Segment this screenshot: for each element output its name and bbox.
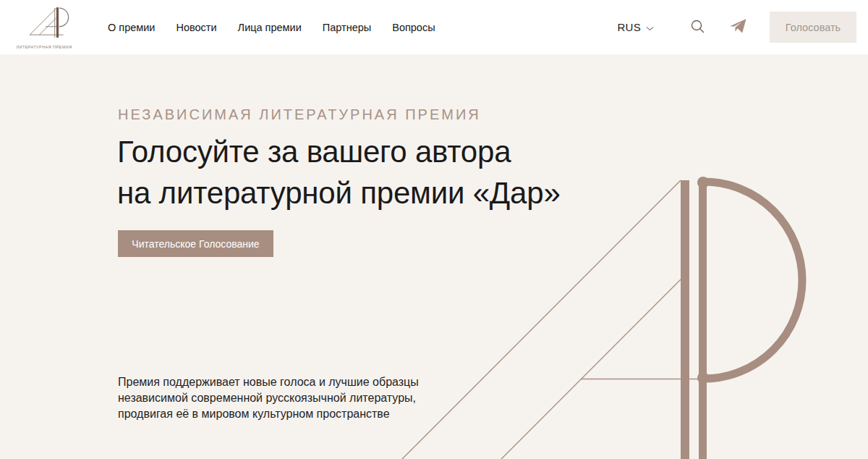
hero-title: Голосуйте за вашего автора на литературн… (117, 131, 561, 214)
logo-monogram-icon (18, 6, 70, 43)
search-icon (690, 19, 705, 36)
language-selector[interactable]: RUS (617, 21, 654, 34)
nav-item-about[interactable]: О премии (108, 22, 155, 33)
nav-item-faces[interactable]: Лица премии (238, 22, 302, 33)
hero-eyebrow: НЕЗАВИСИМАЯ ЛИТЕРАТУРНАЯ ПРЕМИЯ (118, 106, 481, 123)
hero-title-line1: Голосуйте за вашего автора (117, 131, 561, 172)
logo[interactable]: ЛИТЕРАТУРНАЯ ПРЕМИЯ (18, 6, 70, 49)
vote-button[interactable]: Голосовать (770, 12, 856, 43)
hero-title-line2: на литературной премии «Дар» (117, 172, 561, 214)
hero-description: Премия поддерживает новые голоса и лучши… (118, 374, 422, 422)
header-actions: RUS (617, 12, 856, 43)
telegram-button[interactable] (729, 18, 747, 36)
reader-voting-button[interactable]: Читательское Голосование (118, 230, 273, 257)
search-button[interactable] (690, 19, 705, 36)
logo-caption: ЛИТЕРАТУРНАЯ ПРЕМИЯ (16, 45, 72, 49)
nav-item-partners[interactable]: Партнеры (323, 22, 371, 33)
main-nav: О премии Новости Лица премии Партнеры Во… (108, 22, 435, 33)
hero-section: НЕЗАВИСИМАЯ ЛИТЕРАТУРНАЯ ПРЕМИЯ Голосуйт… (0, 54, 868, 459)
chevron-down-icon (646, 21, 654, 34)
header: ЛИТЕРАТУРНАЯ ПРЕМИЯ О премии Новости Лиц… (0, 0, 868, 54)
page: ЛИТЕРАТУРНАЯ ПРЕМИЯ О премии Новости Лиц… (0, 0, 868, 459)
language-label: RUS (617, 21, 641, 33)
nav-item-news[interactable]: Новости (176, 22, 216, 33)
nav-item-questions[interactable]: Вопросы (392, 22, 435, 33)
telegram-icon (729, 18, 747, 36)
hero-content: НЕЗАВИСИМАЯ ЛИТЕРАТУРНАЯ ПРЕМИЯ Голосуйт… (0, 54, 868, 459)
